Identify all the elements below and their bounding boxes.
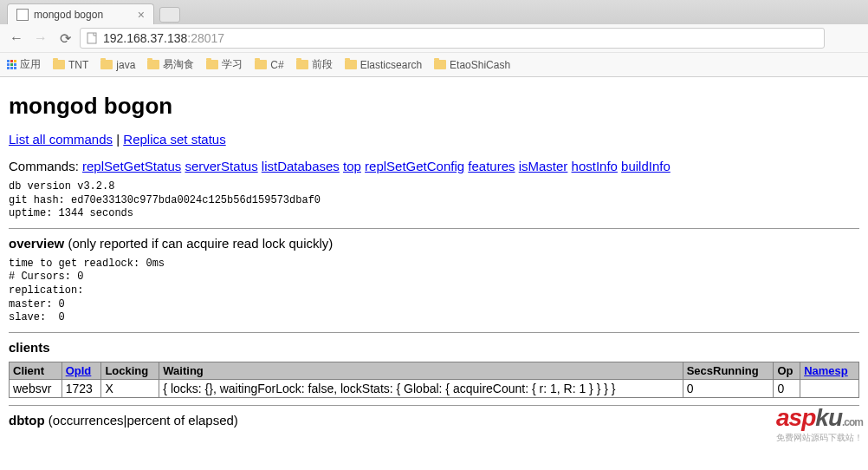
cmd-link[interactable]: features [468,159,515,173]
bookmark-item[interactable]: 前段 [296,57,333,72]
overview-block: time to get readlock: 0ms # Cursors: 0 r… [9,258,859,325]
commands-label: Commands: [9,159,79,173]
folder-icon [255,60,267,69]
tab-title: mongod bogon [34,9,103,21]
close-icon[interactable]: × [138,8,145,22]
page-content: mongod bogon List all commands | Replica… [0,77,868,443]
commands-row: Commands: replSetGetStatus serverStatus … [9,159,859,173]
th-waiting: Waiting [159,362,683,379]
bookmark-item[interactable]: 学习 [206,57,243,72]
cell-ns [800,379,859,397]
cell-locking: X [101,379,159,397]
page-icon [16,9,29,21]
apps-button[interactable]: 应用 [7,57,41,72]
replica-status-link[interactable]: Replica set status [123,132,225,147]
url-text: 192.168.37.138:28017 [103,31,224,45]
th-op: Op [774,362,800,379]
cell-op: 0 [774,379,800,397]
divider [9,332,859,333]
watermark: aspku.com 免费网站源码下载站！ [776,404,863,444]
folder-icon [345,60,357,69]
bookmark-item[interactable]: Elasticsearch [345,59,422,71]
svg-rect-0 [87,33,96,43]
folder-icon [206,60,218,69]
apps-icon [7,60,16,69]
browser-tab[interactable]: mongod bogon × [7,3,154,24]
cell-opid: 1723 [62,379,101,397]
table-row: websvr 1723 X { locks: {}, waitingForLoc… [10,379,859,397]
page-title: mongod bogon [9,93,859,120]
cmd-link[interactable]: buildInfo [621,159,670,173]
cmd-link[interactable]: replSetGetConfig [365,159,464,173]
nav-bar: ← → ⟳ 192.168.37.138:28017 [0,24,868,52]
browser-chrome: mongod bogon × ← → ⟳ 192.168.37.138:2801… [0,0,868,77]
divider [9,228,859,229]
cmd-link[interactable]: replSetGetStatus [82,159,181,173]
bookmark-item[interactable]: java [100,59,135,71]
folder-icon [147,60,159,69]
bookmark-item[interactable]: 易淘食 [147,57,194,72]
th-namespace[interactable]: Namesp [800,362,859,379]
th-client: Client [10,362,62,379]
th-opid[interactable]: OpId [62,362,101,379]
cmd-link[interactable]: isMaster [519,159,568,173]
cmd-link[interactable]: hostInfo [572,159,618,173]
cell-client: websvr [10,379,62,397]
list-commands-link[interactable]: List all commands [9,132,113,147]
clients-header: clients [9,340,859,355]
watermark-logo: aspku.com [776,404,863,432]
cell-secs: 0 [683,379,774,397]
cmd-link[interactable]: top [343,159,361,173]
th-secs: SecsRunning [683,362,774,379]
cmd-link[interactable]: serverStatus [185,159,257,173]
new-tab-button[interactable] [159,7,180,23]
url-bar[interactable]: 192.168.37.138:28017 [80,28,825,49]
cmd-link[interactable]: listDatabases [262,159,340,173]
watermark-subtitle: 免费网站源码下载站！ [776,432,863,444]
forward-button[interactable]: → [31,29,50,48]
apps-label: 应用 [20,57,41,72]
bookmark-item[interactable]: C# [255,59,283,71]
back-button[interactable]: ← [7,29,26,48]
folder-icon [100,60,113,69]
top-links: List all commands | Replica set status [9,132,859,147]
version-block: db version v3.2.8 git hash: ed70e33130c9… [9,180,859,221]
th-locking: Locking [101,362,159,379]
cell-waiting: { locks: {}, waitingForLock: false, lock… [159,379,683,397]
folder-icon [434,60,446,69]
dbtop-header: dbtop (occurrences|percent of elapsed) [9,413,859,428]
bookmark-bar: 应用 TNT java 易淘食 学习 C# 前段 Elasticsearch E… [0,52,868,76]
table-header-row: Client OpId Locking Waiting SecsRunning … [10,362,859,379]
folder-icon [53,60,65,69]
overview-header: overview (only reported if can acquire r… [9,236,859,251]
bookmark-item[interactable]: TNT [53,59,88,71]
tab-bar: mongod bogon × [0,0,868,24]
reload-button[interactable]: ⟳ [55,29,74,48]
page-icon [86,32,98,44]
clients-table: Client OpId Locking Waiting SecsRunning … [9,362,859,398]
folder-icon [296,60,308,69]
bookmark-item[interactable]: EtaoShiCash [434,59,510,71]
divider [9,405,859,406]
